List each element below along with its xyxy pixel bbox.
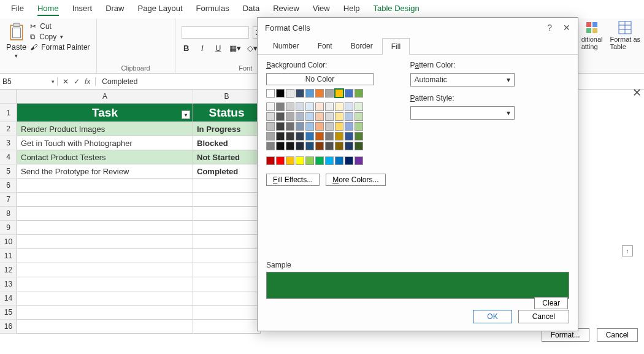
fill-color-button[interactable]: ◇▾ bbox=[247, 44, 258, 53]
color-swatch[interactable] bbox=[296, 112, 304, 121]
cell[interactable] bbox=[193, 277, 261, 291]
menu-help[interactable]: Help bbox=[343, 4, 360, 16]
cell[interactable] bbox=[17, 221, 193, 235]
cell[interactable] bbox=[17, 291, 193, 306]
underline-button[interactable]: U bbox=[213, 44, 223, 53]
menu-draw[interactable]: Draw bbox=[105, 4, 124, 16]
color-swatch[interactable] bbox=[335, 132, 343, 140]
color-swatch[interactable] bbox=[276, 132, 285, 140]
cell[interactable] bbox=[193, 221, 261, 235]
color-swatch[interactable] bbox=[286, 132, 294, 140]
cell[interactable] bbox=[193, 179, 261, 193]
color-swatch[interactable] bbox=[296, 102, 304, 111]
cell[interactable] bbox=[17, 320, 193, 334]
menu-file[interactable]: File bbox=[11, 4, 24, 16]
menu-table-design[interactable]: Table Design bbox=[374, 4, 420, 16]
cell[interactable] bbox=[193, 306, 261, 320]
italic-button[interactable]: I bbox=[197, 44, 207, 53]
cell-task[interactable]: Get in Touch with Photographer bbox=[17, 136, 193, 150]
color-swatch[interactable] bbox=[266, 112, 275, 121]
row-header[interactable]: 6 bbox=[0, 179, 17, 193]
color-swatch[interactable] bbox=[276, 102, 285, 111]
col-header-a[interactable]: A bbox=[17, 90, 193, 104]
more-colors-button[interactable]: More Colors... bbox=[326, 174, 385, 186]
color-swatch[interactable] bbox=[355, 142, 363, 150]
row-header[interactable]: 1 bbox=[0, 104, 17, 122]
color-swatch[interactable] bbox=[315, 102, 324, 111]
cell[interactable] bbox=[193, 320, 261, 334]
bold-button[interactable]: B bbox=[182, 44, 191, 53]
color-swatch[interactable] bbox=[355, 102, 363, 111]
menu-data[interactable]: Data bbox=[243, 4, 259, 16]
paste-button[interactable]: Paste ▾ bbox=[6, 20, 26, 59]
scroll-up-button[interactable]: ↑ bbox=[622, 245, 633, 256]
color-swatch[interactable] bbox=[315, 89, 324, 98]
color-swatch[interactable] bbox=[286, 142, 294, 150]
color-swatch[interactable] bbox=[325, 156, 334, 165]
cell-status[interactable]: In Progress bbox=[193, 122, 261, 136]
color-swatch[interactable] bbox=[355, 156, 363, 165]
color-swatch[interactable] bbox=[335, 112, 343, 121]
pattern-style-select[interactable]: ▾ bbox=[410, 106, 515, 120]
color-swatch[interactable] bbox=[335, 156, 343, 165]
cell[interactable] bbox=[193, 207, 261, 221]
color-swatch[interactable] bbox=[315, 122, 324, 131]
row-header[interactable]: 3 bbox=[0, 136, 17, 150]
cell[interactable] bbox=[17, 277, 193, 291]
color-swatch[interactable] bbox=[345, 142, 353, 150]
color-swatch[interactable] bbox=[345, 112, 353, 121]
menu-formulas[interactable]: Formulas bbox=[196, 4, 229, 16]
fx-icon[interactable]: fx bbox=[85, 77, 90, 86]
pattern-color-select[interactable]: Automatic▾ bbox=[410, 73, 515, 87]
color-swatch[interactable] bbox=[266, 122, 275, 131]
confirm-edit-icon[interactable]: ✓ bbox=[74, 77, 80, 86]
header-status[interactable]: Status bbox=[193, 104, 261, 122]
color-swatch[interactable] bbox=[325, 122, 334, 131]
color-swatch[interactable] bbox=[335, 102, 343, 111]
color-swatch[interactable] bbox=[305, 156, 314, 165]
color-swatch[interactable] bbox=[286, 122, 294, 131]
header-task[interactable]: Task▾ bbox=[17, 104, 193, 122]
cell[interactable] bbox=[193, 235, 261, 249]
row-header[interactable]: 10 bbox=[0, 235, 17, 249]
color-swatch[interactable] bbox=[345, 102, 353, 111]
row-header[interactable]: 8 bbox=[0, 207, 17, 221]
color-swatch[interactable] bbox=[296, 156, 304, 165]
cell[interactable] bbox=[193, 249, 261, 263]
dialog-close-icon[interactable]: ✕ bbox=[563, 23, 570, 33]
cell-status[interactable]: Not Started bbox=[193, 150, 261, 164]
menu-insert[interactable]: Insert bbox=[72, 4, 93, 16]
dialog-help-icon[interactable]: ? bbox=[547, 23, 552, 33]
cell[interactable] bbox=[193, 263, 261, 277]
row-header[interactable]: 2 bbox=[0, 122, 17, 136]
color-swatch[interactable] bbox=[276, 122, 285, 131]
cut-button[interactable]: ✂Cut bbox=[30, 22, 90, 31]
color-swatch[interactable] bbox=[296, 132, 304, 140]
color-swatch[interactable] bbox=[325, 132, 334, 140]
cell[interactable] bbox=[17, 249, 193, 263]
color-swatch[interactable] bbox=[355, 132, 363, 140]
color-swatch[interactable] bbox=[276, 112, 285, 121]
row-header[interactable]: 14 bbox=[0, 291, 17, 306]
color-swatch[interactable] bbox=[345, 156, 353, 165]
cell[interactable] bbox=[193, 291, 261, 306]
font-family-select[interactable] bbox=[182, 26, 249, 39]
borders-button[interactable]: ▦▾ bbox=[229, 44, 241, 53]
color-swatch[interactable] bbox=[266, 89, 275, 98]
color-swatch[interactable] bbox=[286, 89, 294, 98]
color-swatch[interactable] bbox=[276, 89, 285, 98]
menu-home[interactable]: Home bbox=[37, 4, 59, 16]
color-swatch[interactable] bbox=[305, 112, 314, 121]
ok-button[interactable]: OK bbox=[473, 310, 512, 323]
cell[interactable] bbox=[193, 193, 261, 207]
color-swatch[interactable] bbox=[305, 102, 314, 111]
select-all-cell[interactable] bbox=[0, 90, 17, 104]
color-swatch[interactable] bbox=[305, 122, 314, 131]
copy-button[interactable]: ⧉Copy▾ bbox=[30, 33, 90, 41]
color-swatch[interactable] bbox=[305, 142, 314, 150]
row-header[interactable]: 7 bbox=[0, 193, 17, 207]
color-swatch[interactable] bbox=[305, 132, 314, 140]
color-swatch[interactable] bbox=[355, 112, 363, 121]
color-swatch[interactable] bbox=[286, 112, 294, 121]
color-swatch[interactable] bbox=[266, 156, 275, 165]
